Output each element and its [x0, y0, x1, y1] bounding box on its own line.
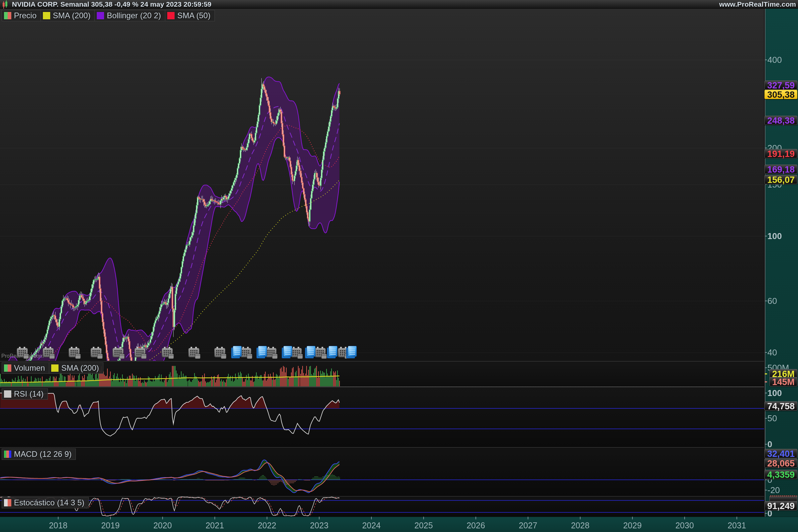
- legend-label: Bollinger (20 2): [107, 11, 161, 20]
- legend-rsi-rsi-14[interactable]: RSI (14): [2, 388, 48, 400]
- volume-legend: VolumenSMA (200): [2, 362, 103, 374]
- title-bar: NVIDIA CORP. Semanal 305,38 -0,49 % 24 m…: [0, 0, 798, 8]
- axis-tick: [765, 184, 767, 185]
- legend-price-sma-200[interactable]: SMA (200): [41, 10, 95, 21]
- panel-separator[interactable]: [0, 361, 764, 361]
- coins-icon: [221, 354, 226, 359]
- earnings-report-icon[interactable]: [283, 346, 292, 357]
- axis-tick: [765, 352, 767, 353]
- year-label-2019: 2019: [101, 521, 120, 530]
- year-tick: [319, 517, 320, 519]
- macd-histogram-badge: 4,3359: [764, 470, 797, 479]
- coins-icon: [75, 354, 81, 359]
- panel-separator[interactable]: [0, 447, 764, 448]
- axis-tick: [765, 513, 767, 514]
- axis-tick: [765, 301, 767, 301]
- coins-icon: [141, 354, 147, 359]
- chart-title: NVIDIA CORP. Semanal 305,38 -0,49 % 24 m…: [12, 0, 211, 8]
- prorealtime-website-link[interactable]: www.ProRealTime.com: [719, 0, 796, 8]
- legend-color-chip: [4, 451, 11, 458]
- axis-label: 50: [767, 414, 777, 423]
- axis-tick: [765, 479, 767, 480]
- legend-price-sma-50[interactable]: SMA (50): [165, 10, 215, 21]
- legend-label: Precio: [14, 11, 37, 20]
- last-price-badge: 305,38: [764, 90, 797, 99]
- coins-icon: [119, 354, 125, 359]
- legend-volume-volumen[interactable]: Volumen: [2, 362, 49, 374]
- year-tick: [528, 517, 528, 519]
- year-label-2023: 2023: [310, 521, 328, 530]
- coins-icon: [272, 354, 278, 359]
- candlestick-icon: [1, 0, 9, 8]
- legend-label: SMA (200): [53, 11, 91, 20]
- axis-tick: [765, 490, 767, 491]
- bollinger-middle-badge: 248,38: [764, 116, 797, 125]
- volume-badge: 145M: [770, 377, 797, 386]
- year-label-2025: 2025: [414, 521, 433, 530]
- year-label-2022: 2022: [258, 521, 276, 530]
- year-label-2020: 2020: [153, 521, 172, 530]
- legend-label: Estocástico (14 3 5): [14, 498, 84, 507]
- year-tick: [110, 517, 111, 519]
- coins-icon: [49, 354, 55, 359]
- rsi-badge: 74,758: [764, 401, 797, 411]
- axis-label: 40: [767, 348, 777, 357]
- legend-color-chip: [4, 12, 11, 19]
- axis-label: 60: [767, 296, 777, 306]
- year-label-2028: 2028: [571, 521, 590, 530]
- legend-price-bollinger-20-2[interactable]: Bollinger (20 2): [94, 10, 165, 21]
- macd-signal-badge: 28,065: [764, 458, 797, 468]
- chart-canvas[interactable]: [0, 0, 798, 532]
- coins-icon: [195, 354, 201, 359]
- earnings-report-icon[interactable]: [258, 346, 267, 357]
- axis-tick: [765, 393, 767, 393]
- legend-color-chip: [4, 364, 11, 372]
- legend-color-chip: [43, 12, 50, 19]
- stochastic-k-badge: 91,249: [764, 501, 797, 510]
- legend-color-chip: [4, 499, 11, 507]
- year-tick: [632, 517, 633, 519]
- axis-label: 400: [767, 55, 782, 64]
- earnings-report-icon[interactable]: [328, 346, 338, 357]
- year-label-2030: 2030: [675, 521, 694, 530]
- coins-icon: [297, 354, 303, 359]
- axis-label: 100: [767, 231, 782, 241]
- coins-icon: [23, 354, 29, 359]
- value-tick: [765, 374, 767, 374]
- legend-price-precio[interactable]: Precio: [2, 10, 41, 21]
- year-label-2029: 2029: [623, 521, 642, 530]
- macd-legend: MACD (12 26 9): [2, 449, 76, 460]
- earnings-report-icon[interactable]: [233, 346, 242, 357]
- axis-label: 100: [767, 388, 782, 398]
- year-tick: [214, 517, 215, 519]
- axis-tick: [765, 59, 767, 60]
- axis-tick: [765, 236, 767, 236]
- legend-label: SMA (200): [61, 363, 99, 373]
- axis-tick: [765, 367, 767, 368]
- legend-color-chip: [97, 12, 104, 19]
- legend-label: Volumen: [14, 363, 45, 373]
- axis-label: 0: [767, 440, 772, 449]
- legend-label: MACD (12 26 9): [14, 450, 72, 459]
- sma200-badge: 156,07: [764, 175, 797, 184]
- year-tick: [475, 517, 476, 519]
- value-tick: [765, 381, 767, 382]
- bollinger-lower-badge: 169,18: [764, 165, 797, 174]
- legend-macd-macd-12-26-9[interactable]: MACD (12 26 9): [2, 449, 76, 460]
- legend-stoch-estoc-stico-14-3-5[interactable]: Estocástico (14 3 5): [2, 497, 89, 508]
- earnings-report-icon[interactable]: [307, 346, 316, 357]
- axis-tick: [765, 148, 767, 148]
- legend-volume-sma-200[interactable]: SMA (200): [49, 362, 103, 374]
- sma50-badge: 191,19: [764, 149, 797, 158]
- year-label-2024: 2024: [362, 521, 381, 530]
- year-tick: [580, 517, 581, 519]
- price-legend: PrecioSMA (200)Bollinger (20 2)SMA (50): [2, 10, 215, 21]
- legend-label: SMA (50): [177, 11, 210, 20]
- year-label-2031: 2031: [727, 521, 746, 530]
- panel-separator[interactable]: [0, 387, 764, 387]
- prorealtime-window: NVIDIA CORP. Semanal 305,38 -0,49 % 24 m…: [0, 0, 798, 532]
- earnings-report-icon[interactable]: [348, 346, 357, 357]
- coins-icon: [247, 354, 252, 359]
- panel-separator[interactable]: [0, 496, 764, 496]
- year-label-2021: 2021: [206, 521, 224, 530]
